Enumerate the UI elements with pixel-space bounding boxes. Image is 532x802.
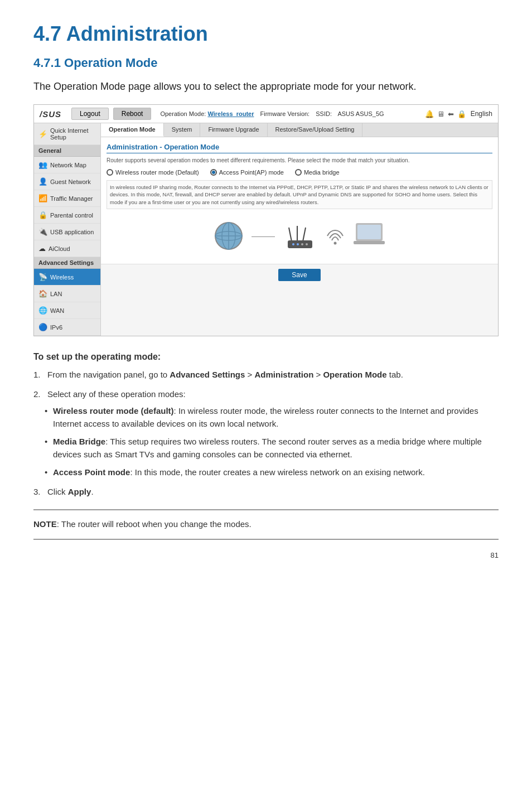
bell-icon[interactable]: 🔔 xyxy=(425,110,434,118)
sidebar-item-quick-setup[interactable]: ⚡ Quick Internet Setup xyxy=(34,123,100,145)
save-bar: Save xyxy=(101,264,498,286)
step-2: 2. Select any of these operation modes: … xyxy=(33,388,499,479)
radio-access-point[interactable]: Access Point(AP) mode xyxy=(210,169,284,176)
content-description: Router supports several operation modes … xyxy=(107,157,492,165)
sidebar-item-aicloud[interactable]: ☁ AiCloud xyxy=(34,240,100,257)
sidebar-item-guest-network[interactable]: 👤 Guest Network xyxy=(34,173,100,190)
sidebar-usb-label: USB application xyxy=(50,229,94,235)
globe-diagram xyxy=(214,221,243,250)
back-icon[interactable]: ⬅ xyxy=(448,110,454,118)
sidebar-parental-label: Parental control xyxy=(50,212,93,219)
sidebar-item-network-map[interactable]: 👥 Network Map xyxy=(34,157,100,173)
sidebar-item-wan[interactable]: 🌐 WAN xyxy=(34,302,100,319)
wifi-waves-diagram xyxy=(325,225,345,247)
ssid-label: SSID: xyxy=(316,110,332,117)
sidebar-wan-label: WAN xyxy=(50,307,64,314)
sub-item-bridge-bold: Media Bridge xyxy=(53,437,105,446)
lan-icon: 🏠 xyxy=(38,289,47,298)
op-mode-value: Wireless_router xyxy=(207,110,254,117)
step-1: 1. From the navigation panel, go to Adva… xyxy=(33,369,499,381)
svg-point-10 xyxy=(297,243,299,245)
svg-rect-15 xyxy=(357,225,381,239)
step-3: 3. Click Apply. xyxy=(33,486,499,499)
radio-label-wireless: Wireless router mode (Default) xyxy=(115,169,199,176)
ipv6-icon: 🔵 xyxy=(38,323,47,331)
radio-media-bridge[interactable]: Media bridge xyxy=(295,169,340,176)
arrow-icon-1: ——— xyxy=(252,231,275,240)
sidebar-section-general: General xyxy=(34,145,100,157)
sidebar-quick-setup-label: Quick Internet Setup xyxy=(50,127,96,141)
svg-line-7 xyxy=(303,228,306,241)
step-2-number: 2. xyxy=(33,389,45,399)
sub-list: Wireless router mode (default): In wirel… xyxy=(33,405,499,479)
tab-operation-mode[interactable]: Operation Mode xyxy=(101,123,164,137)
main-content-panel: Operation Mode System Firmware Upgrade R… xyxy=(101,123,498,336)
sidebar-traffic-label: Traffic Manager xyxy=(50,195,93,202)
sidebar-item-wireless[interactable]: 📡 Wireless xyxy=(34,269,100,286)
svg-rect-16 xyxy=(354,241,385,244)
router-body: ⚡ Quick Internet Setup General 👥 Network… xyxy=(34,123,498,336)
sidebar-item-traffic-manager[interactable]: 📶 Traffic Manager xyxy=(34,190,100,207)
asus-logo: /SUS xyxy=(40,109,61,119)
lock-icon[interactable]: 🔒 xyxy=(457,110,466,118)
radio-circle-ap xyxy=(210,169,217,176)
network-diagram: ——— xyxy=(107,214,492,258)
sidebar-lan-label: LAN xyxy=(50,291,62,297)
note-text: : The router will reboot when you change… xyxy=(57,519,252,529)
step-3-text: Click Apply. xyxy=(47,487,94,496)
step-1-text: From the navigation panel, go to Advance… xyxy=(47,370,403,379)
radio-options-group: Wireless router mode (Default) Access Po… xyxy=(107,169,492,176)
tab-restore-save[interactable]: Restore/Save/Upload Setting xyxy=(268,123,363,137)
sidebar-item-usb-application[interactable]: 🔌 USB application xyxy=(34,224,100,240)
sub-item-bridge-text: : This setup requires two wireless route… xyxy=(53,437,482,459)
router-diagram xyxy=(283,219,317,253)
lightning-icon: ⚡ xyxy=(38,130,47,138)
sub-item-wireless-router: Wireless router mode (default): In wirel… xyxy=(45,405,499,430)
sub-item-access-point: Access Point mode: In this mode, the rou… xyxy=(45,466,499,479)
section-subtitle: 4.7.1 Operation Mode xyxy=(33,56,499,70)
traffic-icon: 📶 xyxy=(38,194,47,202)
monitor-icon[interactable]: 🖥 xyxy=(437,110,444,118)
sidebar-item-parental-control[interactable]: 🔒 Parental control xyxy=(34,207,100,224)
step-1-bold-op: Operation Mode xyxy=(323,370,386,379)
mode-description-text: In wireless routed IP sharing mode, Rout… xyxy=(107,180,492,209)
reboot-button[interactable]: Reboot xyxy=(113,108,152,120)
router-topbar: /SUS Logout Reboot Operation Mode: Wirel… xyxy=(34,105,498,123)
sidebar: ⚡ Quick Internet Setup General 👥 Network… xyxy=(34,123,101,336)
svg-rect-8 xyxy=(288,240,312,248)
svg-point-13 xyxy=(334,241,337,244)
parental-icon: 🔒 xyxy=(38,211,47,219)
step-3-number: 3. xyxy=(33,487,45,496)
tab-bar: Operation Mode System Firmware Upgrade R… xyxy=(101,123,498,137)
sidebar-item-ipv6[interactable]: 🔵 IPv6 xyxy=(34,319,100,336)
tab-system[interactable]: System xyxy=(164,123,201,137)
sidebar-item-lan[interactable]: 🏠 LAN xyxy=(34,286,100,302)
note-box: NOTE: The router will reboot when you ch… xyxy=(33,509,499,540)
sidebar-wireless-label: Wireless xyxy=(50,274,74,281)
note-label: NOTE xyxy=(33,519,57,529)
sub-item-ap-bold: Access Point mode xyxy=(53,467,130,477)
instructions-section: To set up the operating mode: 1. From th… xyxy=(33,352,499,498)
svg-line-5 xyxy=(289,228,292,241)
op-mode-label: Operation Mode: xyxy=(160,110,206,117)
sub-item-media-bridge: Media Bridge: This setup requires two wi… xyxy=(45,436,499,461)
step-3-bold-apply: Apply xyxy=(68,487,91,496)
tab-firmware-upgrade[interactable]: Firmware Upgrade xyxy=(200,123,267,137)
guest-icon: 👤 xyxy=(38,177,47,186)
radio-circle-bridge xyxy=(295,169,302,176)
logout-button[interactable]: Logout xyxy=(71,108,109,120)
language-selector[interactable]: English xyxy=(471,110,492,118)
sidebar-network-map-label: Network Map xyxy=(50,162,86,168)
cloud-icon: ☁ xyxy=(38,244,46,253)
step-2-text: Select any of these operation modes: xyxy=(47,389,186,399)
laptop-diagram xyxy=(354,222,385,250)
step-1-number: 1. xyxy=(33,370,45,379)
page-number: 81 xyxy=(33,551,499,565)
sidebar-ipv6-label: IPv6 xyxy=(50,324,62,331)
instructions-title: To set up the operating mode: xyxy=(33,352,499,362)
radio-label-bridge: Media bridge xyxy=(304,169,340,176)
router-ui-mockup: /SUS Logout Reboot Operation Mode: Wirel… xyxy=(33,104,499,336)
radio-wireless-router[interactable]: Wireless router mode (Default) xyxy=(107,169,199,176)
svg-point-11 xyxy=(301,243,303,245)
save-button[interactable]: Save xyxy=(278,269,320,281)
